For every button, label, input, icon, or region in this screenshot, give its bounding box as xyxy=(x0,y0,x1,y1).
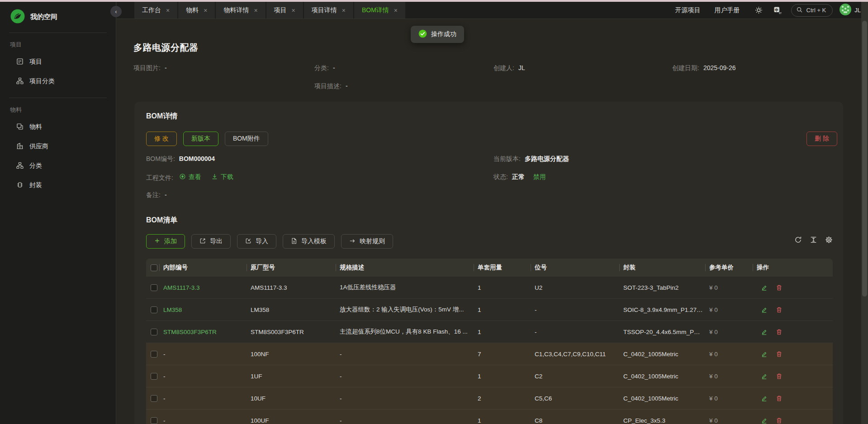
row-checkbox[interactable] xyxy=(151,395,157,402)
sidebar-item-material[interactable]: 物料 xyxy=(0,118,116,136)
plus-icon xyxy=(154,238,160,245)
tab-workbench[interactable]: 工作台× xyxy=(134,2,177,19)
edit-icon[interactable] xyxy=(761,306,768,313)
cell-price: ¥ 0 xyxy=(709,395,757,402)
user-initials: JL xyxy=(854,7,861,14)
tab-project-detail[interactable]: 项目详情× xyxy=(304,2,353,19)
link-label: 查看 xyxy=(189,173,201,181)
field-project-image: 项目图片:- xyxy=(133,64,167,72)
close-icon[interactable]: × xyxy=(292,7,295,14)
view-file-link[interactable]: 查看 xyxy=(179,173,201,181)
row-checkbox[interactable] xyxy=(151,329,157,335)
row-checkbox[interactable] xyxy=(151,373,157,380)
close-icon[interactable]: × xyxy=(342,7,346,14)
sidebar-item-project[interactable]: 项目 xyxy=(0,53,116,71)
delete-button[interactable]: 删 除 xyxy=(806,132,837,146)
cell-internal: AMS1117-3.3 xyxy=(163,284,251,291)
sidebar-item-supplier[interactable]: 供应商 xyxy=(0,137,116,155)
field-created-date: 创建日期:2025-09-26 xyxy=(672,64,736,72)
user-menu[interactable]: JL xyxy=(840,4,861,17)
cell-spec: 放大器组数：2 输入失调电压(Vos)：5mV 增... xyxy=(340,306,478,314)
internal-part-link[interactable]: LM358 xyxy=(163,306,182,313)
main-content: 多路电源分配器 项目图片:- 分类:- 创建人:JL 创建日期:2025-09-… xyxy=(117,19,868,424)
bom-table-row: STM8S003F3P6TRSTM8S003F3P6TR主流超值系列8位MCU，… xyxy=(146,321,833,343)
cell-spec: - xyxy=(340,417,478,424)
edit-icon[interactable] xyxy=(761,417,768,424)
cell-checkbox xyxy=(146,284,163,291)
edit-icon[interactable] xyxy=(761,351,768,358)
edit-icon[interactable] xyxy=(761,373,768,380)
row-checkbox[interactable] xyxy=(151,417,157,424)
select-all-checkbox[interactable] xyxy=(151,264,157,271)
material-icon xyxy=(16,123,24,132)
tab-project[interactable]: 项目× xyxy=(266,2,303,19)
import-button[interactable]: 导入 xyxy=(237,234,276,249)
download-file-link[interactable]: 下载 xyxy=(211,173,233,181)
delete-icon[interactable] xyxy=(776,351,783,358)
internal-part-link[interactable]: STM8S003F3P6TR xyxy=(163,329,217,335)
open-source-link[interactable]: 开源项目 xyxy=(675,6,701,14)
cell-mpn: 100NF xyxy=(251,351,340,358)
delete-icon[interactable] xyxy=(776,395,783,402)
row-checkbox[interactable] xyxy=(151,351,157,358)
edit-icon[interactable] xyxy=(761,284,768,291)
tab-material-detail[interactable]: 物料详情× xyxy=(216,2,265,19)
success-toast: 操作成功 xyxy=(411,26,464,43)
import-template-button[interactable]: 导入模板 xyxy=(283,234,335,249)
row-checkbox[interactable] xyxy=(151,306,157,313)
search-input[interactable]: Ctrl + K xyxy=(791,4,833,17)
modify-button[interactable]: 修 改 xyxy=(146,132,177,146)
export-icon xyxy=(199,238,206,245)
table-body: AMS1117-3.3AMS1117-3.31A低压差线性稳压器1U2SOT-2… xyxy=(146,277,833,424)
export-button[interactable]: 导出 xyxy=(191,234,231,249)
cell-spec: - xyxy=(340,395,478,402)
field-label: 工程文件: xyxy=(146,174,173,181)
cell-qty: 1 xyxy=(478,306,535,313)
field-label: 项目描述: xyxy=(314,82,342,90)
cell-footprint: CP_Elec_3x5.3 xyxy=(623,417,709,424)
close-icon[interactable]: × xyxy=(204,7,207,14)
delete-icon[interactable] xyxy=(776,417,783,424)
cell-designators: C8 xyxy=(535,417,623,424)
row-checkbox[interactable] xyxy=(151,284,157,291)
user-manual-link[interactable]: 用户手册 xyxy=(715,6,740,14)
row-height-icon[interactable] xyxy=(810,236,817,244)
scrollbar-thumb[interactable] xyxy=(862,21,867,297)
sidebar-item-project-category[interactable]: 项目分类 xyxy=(0,72,116,90)
sidebar-item-label: 项目分类 xyxy=(29,77,55,85)
add-button[interactable]: 添加 xyxy=(146,234,185,249)
cell-price: ¥ 0 xyxy=(709,306,757,313)
bom-table-row: -100NF-7C1,C3,C4,C7,C9,C10,C11C_0402_100… xyxy=(146,343,833,365)
language-switch-icon[interactable]: 中en xyxy=(773,5,783,15)
bom-detail-card: BOM详情 修 改 新版本 BOM附件 删 除 BOM编号:BOM000004 … xyxy=(134,102,843,424)
bom-table-row: AMS1117-3.3AMS1117-3.31A低压差线性稳压器1U2SOT-2… xyxy=(146,277,833,299)
cell-checkbox xyxy=(146,395,163,402)
delete-icon[interactable] xyxy=(776,306,783,313)
sidebar-item-label: 封装 xyxy=(29,181,42,189)
internal-part-link[interactable]: AMS1117-3.3 xyxy=(163,284,200,291)
disable-link[interactable]: 禁用 xyxy=(533,173,546,180)
delete-icon[interactable] xyxy=(776,329,783,335)
new-version-button[interactable]: 新版本 xyxy=(183,132,218,146)
edit-icon[interactable] xyxy=(761,395,768,402)
tab-material[interactable]: 物料× xyxy=(178,2,215,19)
close-icon[interactable]: × xyxy=(254,7,257,14)
close-icon[interactable]: × xyxy=(166,7,170,14)
bom-table-row: -1UF-1C2C_0402_1005Metric¥ 0 xyxy=(146,365,833,387)
sidebar-item-category[interactable]: 分类 xyxy=(0,157,116,175)
mapping-rules-button[interactable]: 映射规则 xyxy=(341,234,393,249)
settings-gear-icon[interactable] xyxy=(825,236,833,244)
sidebar-group-project: 项目 xyxy=(0,33,116,52)
close-icon[interactable]: × xyxy=(394,7,398,14)
bom-attachment-button[interactable]: BOM附件 xyxy=(225,132,268,146)
button-label: 映射规则 xyxy=(360,237,385,245)
sidebar-item-package[interactable]: 封装 xyxy=(0,176,116,194)
theme-toggle-icon[interactable] xyxy=(754,5,764,15)
refresh-icon[interactable] xyxy=(794,236,802,244)
tab-bom-detail[interactable]: BOM详情× xyxy=(354,2,405,19)
delete-icon[interactable] xyxy=(776,373,783,380)
edit-icon[interactable] xyxy=(761,329,768,335)
category-icon xyxy=(16,77,24,86)
sidebar-collapse-button[interactable]: ‹ xyxy=(110,6,122,17)
delete-icon[interactable] xyxy=(776,284,783,291)
